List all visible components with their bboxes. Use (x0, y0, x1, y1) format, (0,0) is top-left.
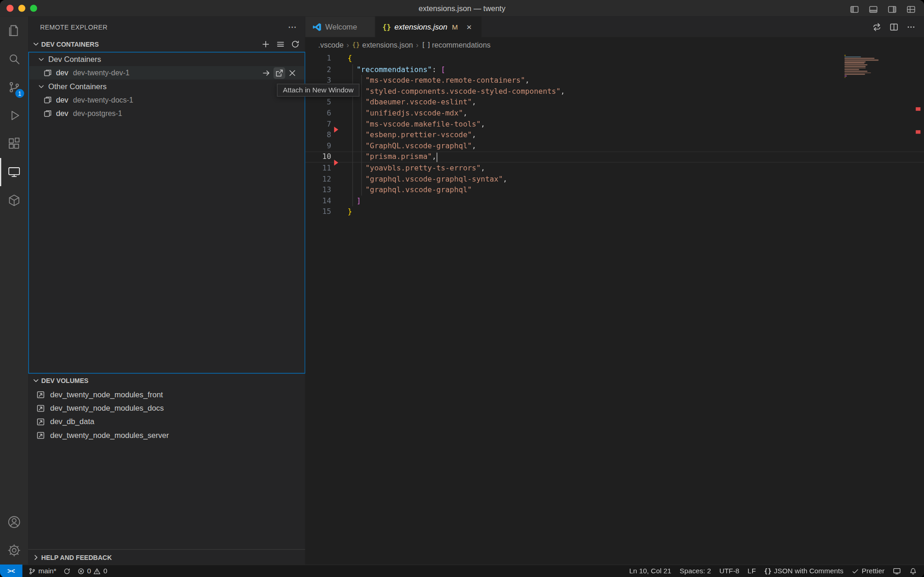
toggle-primary-sidebar-icon[interactable] (849, 4, 861, 16)
volume-row[interactable]: dev_db_data (28, 415, 305, 428)
code-line[interactable]: 4 "styled-components.vscode-styled-compo… (305, 86, 924, 97)
activity-run-debug[interactable] (0, 101, 28, 129)
line-number[interactable]: 9 (305, 141, 331, 152)
zoom-window-button[interactable] (30, 5, 37, 12)
code-line[interactable]: 10 "prisma.prisma", (305, 152, 924, 163)
sidebar-title: REMOTE EXPLORER (40, 23, 108, 30)
code-line[interactable]: 15} (305, 207, 924, 218)
sync-status[interactable] (63, 567, 71, 575)
open-changes-icon[interactable] (871, 21, 883, 33)
status-notifications[interactable] (909, 567, 917, 575)
code-line[interactable]: 1{ (305, 53, 924, 64)
activity-extensions[interactable] (0, 130, 28, 158)
line-number[interactable]: 14 (305, 195, 331, 207)
git-deleted-marker[interactable] (334, 160, 338, 166)
line-number[interactable]: 7 (305, 119, 331, 130)
section-dev-volumes[interactable]: DEV VOLUMES (28, 374, 305, 388)
line-number[interactable]: 2 (305, 64, 331, 75)
chevron-down-icon (36, 55, 46, 64)
attach-new-window-icon[interactable] (274, 67, 286, 79)
toggle-panel-icon[interactable] (868, 4, 880, 16)
activity-search[interactable] (0, 45, 28, 73)
line-number[interactable]: 8 (305, 130, 331, 141)
list-options-icon[interactable] (274, 38, 286, 50)
status-formatter[interactable]: Prettier (852, 567, 885, 575)
status-screencast[interactable] (893, 567, 901, 575)
line-number[interactable]: 10 (305, 152, 331, 163)
status-eol[interactable]: LF (748, 567, 756, 575)
minimap[interactable] (845, 55, 881, 79)
more-actions-icon[interactable]: ⋯ (288, 22, 297, 31)
code-line[interactable]: 14 ] (305, 195, 924, 207)
close-window-button[interactable] (6, 5, 13, 12)
code-line[interactable]: 5 "dbaeumer.vscode-eslint", (305, 97, 924, 108)
line-number[interactable]: 13 (305, 184, 331, 195)
line-number[interactable]: 1 (305, 53, 331, 64)
activity-explorer[interactable] (0, 17, 28, 45)
line-number[interactable]: 11 (305, 163, 331, 174)
close-tab-icon[interactable]: × (464, 22, 474, 31)
volume-row[interactable]: dev_twenty_node_modules_docs (28, 401, 305, 415)
line-number[interactable]: 12 (305, 174, 331, 185)
line-number[interactable]: 6 (305, 108, 331, 119)
activity-source-control[interactable]: 1 (0, 73, 28, 101)
tab-extensions-json[interactable]: {} extensions.json M × (375, 17, 481, 37)
container-row[interactable]: devdev-twenty-dev-1 (29, 66, 304, 79)
attach-container-icon[interactable] (261, 67, 273, 79)
editor-more-actions-icon[interactable] (905, 21, 917, 33)
minimap-line (845, 77, 846, 78)
split-editor-icon[interactable] (888, 21, 900, 33)
status-indentation[interactable]: Spaces: 2 (680, 567, 711, 575)
add-container-icon[interactable] (260, 38, 272, 50)
problems-status[interactable]: 0 0 (77, 567, 108, 575)
stop-container-icon[interactable] (286, 67, 298, 79)
code-line[interactable]: 11 "yoavbls.pretty-ts-errors", (305, 163, 924, 174)
line-number[interactable]: 15 (305, 207, 331, 218)
warnings-icon (93, 567, 101, 575)
section-dev-containers[interactable]: DEV CONTAINERS (28, 37, 305, 51)
code-line[interactable]: 12 "graphql.vscode-graphql-syntax", (305, 174, 924, 185)
container-row[interactable]: devdev-postgres-1 (29, 107, 304, 120)
breadcrumb-folder[interactable]: .vscode (318, 41, 344, 49)
volume-row[interactable]: dev_twenty_node_modules_server (28, 428, 305, 442)
section-help-and-feedback[interactable]: HELP AND FEEDBACK (28, 549, 305, 565)
minimap-line (845, 61, 866, 62)
code-line[interactable]: 9 "GraphQL.vscode-graphql", (305, 141, 924, 152)
code-editor[interactable]: 1{2 "recommendations": [3 "ms-vscode-rem… (305, 53, 924, 565)
customize-layout-icon[interactable] (905, 4, 917, 16)
code-line[interactable]: 13 "graphql.vscode-graphql" (305, 184, 924, 195)
check-icon (852, 567, 860, 575)
status-encoding[interactable]: UTF-8 (719, 567, 739, 575)
sync-icon (63, 567, 71, 575)
breadcrumb-file[interactable]: {} extensions.json (352, 41, 413, 49)
minimap-line (845, 55, 846, 56)
git-deleted-marker[interactable] (334, 127, 338, 133)
toggle-secondary-sidebar-icon[interactable] (886, 4, 898, 16)
volume-row[interactable]: dev_twenty_node_modules_front (28, 388, 305, 401)
remote-indicator[interactable]: >< (0, 565, 22, 577)
code-line[interactable]: 3 "ms-vscode-remote.remote-containers", (305, 75, 924, 86)
tree-group[interactable]: Other Containers (29, 79, 304, 93)
git-branch-status[interactable]: main* (28, 567, 56, 575)
refresh-icon[interactable] (289, 38, 301, 50)
line-number[interactable]: 5 (305, 97, 331, 108)
volume-icon (36, 390, 45, 399)
activity-settings[interactable] (0, 536, 28, 565)
breadcrumb-symbol[interactable]: [ ] recommendations (421, 41, 491, 49)
code-line[interactable]: 2 "recommendations": [ (305, 64, 924, 75)
code-line[interactable]: 8 "esbenp.prettier-vscode", (305, 130, 924, 141)
container-row[interactable]: devdev-twenty-docs-1 (29, 93, 304, 107)
tab-welcome[interactable]: Welcome (305, 17, 376, 37)
scm-badge: 1 (15, 89, 24, 98)
activity-remote-explorer[interactable] (0, 158, 28, 186)
minimize-window-button[interactable] (18, 5, 25, 12)
activity-accounts[interactable] (0, 508, 28, 536)
tooltip: Attach in New Window (277, 84, 359, 97)
activity-containers[interactable] (0, 186, 28, 214)
tree-group[interactable]: Dev Containers (29, 53, 304, 66)
status-language-mode[interactable]: {} JSON with Comments (764, 567, 844, 575)
code-line[interactable]: 7 "ms-vscode.makefile-tools", (305, 119, 924, 130)
code-line[interactable]: 6 "unifiedjs.vscode-mdx", (305, 108, 924, 119)
minimap-line (845, 71, 867, 72)
status-line-col[interactable]: Ln 10, Col 21 (629, 567, 671, 575)
